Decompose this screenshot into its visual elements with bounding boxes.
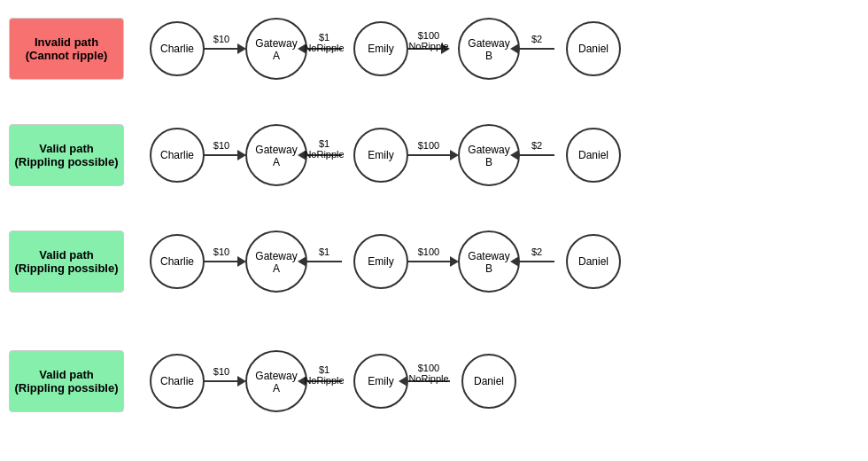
svg-text:Gateway: Gateway — [468, 250, 509, 262]
row-2: Valid path(Rippling possible) Charlie $1… — [0, 115, 868, 195]
path-svg-3: Charlie $10 Gateway A $1 Emily $100 Gate… — [133, 222, 841, 301]
svg-text:Charlie: Charlie — [160, 255, 194, 268]
svg-text:$100: $100 — [418, 363, 439, 373]
svg-text:$2: $2 — [531, 140, 542, 151]
row-4: Valid path(Rippling possible) Charlie $1… — [0, 341, 868, 421]
svg-text:Emily: Emily — [368, 149, 393, 161]
svg-text:NoRipple: NoRipple — [304, 149, 344, 160]
svg-text:Emily: Emily — [368, 43, 393, 55]
svg-text:NoRipple: NoRipple — [304, 43, 344, 53]
svg-text:Daniel: Daniel — [578, 255, 608, 268]
svg-text:$10: $10 — [213, 140, 229, 151]
svg-text:B: B — [485, 262, 492, 275]
svg-marker-65 — [450, 256, 459, 267]
svg-text:$100: $100 — [418, 140, 439, 151]
svg-text:NoRipple: NoRipple — [304, 375, 344, 386]
svg-text:A: A — [273, 262, 280, 275]
svg-text:B: B — [485, 50, 492, 62]
row-3: Valid path(Rippling possible) Charlie $1… — [0, 222, 868, 301]
svg-text:A: A — [273, 50, 280, 62]
label-invalid: Invalid path(Cannot ripple) — [9, 18, 124, 80]
diagram-container: Invalid path(Cannot ripple) Charlie $10 … — [0, 0, 868, 461]
svg-text:Daniel: Daniel — [578, 149, 608, 161]
svg-text:NoRipple: NoRipple — [408, 373, 448, 384]
svg-text:Emily: Emily — [368, 255, 393, 268]
label-valid-2: Valid path(Rippling possible) — [9, 124, 124, 186]
svg-text:Gateway: Gateway — [255, 144, 297, 156]
svg-text:$10: $10 — [213, 34, 229, 44]
svg-text:Charlie: Charlie — [160, 149, 194, 161]
svg-marker-41 — [450, 150, 459, 160]
svg-text:$1: $1 — [319, 246, 329, 257]
svg-text:Daniel: Daniel — [578, 43, 608, 55]
path-svg-1: Charlie $10 Gateway A $1 NoRipple Emily … — [133, 9, 841, 89]
svg-text:Emily: Emily — [368, 375, 393, 387]
svg-marker-78 — [237, 376, 246, 387]
svg-text:Gateway: Gateway — [468, 144, 509, 156]
svg-text:$100: $100 — [418, 246, 439, 257]
label-valid-3: Valid path(Rippling possible) — [9, 230, 124, 293]
svg-text:A: A — [273, 156, 280, 168]
svg-text:Gateway: Gateway — [255, 250, 297, 262]
path-svg-2: Charlie $10 Gateway A $1 NoRipple Emily … — [133, 115, 841, 195]
svg-text:Charlie: Charlie — [160, 375, 194, 387]
row-1: Invalid path(Cannot ripple) Charlie $10 … — [0, 9, 868, 89]
path-svg-4: Charlie $10 Gateway A $1 NoRipple Emily … — [133, 341, 717, 421]
svg-text:$1: $1 — [319, 364, 329, 375]
svg-text:Gateway: Gateway — [255, 370, 297, 382]
svg-marker-54 — [237, 256, 246, 267]
svg-text:Gateway: Gateway — [468, 37, 509, 50]
svg-text:$10: $10 — [213, 366, 229, 377]
svg-marker-29 — [237, 150, 246, 160]
svg-text:$100: $100 — [418, 30, 439, 41]
svg-text:Daniel: Daniel — [474, 375, 504, 387]
svg-marker-3 — [237, 43, 246, 54]
svg-text:NoRipple: NoRipple — [408, 41, 448, 51]
svg-text:Gateway: Gateway — [255, 37, 297, 50]
svg-text:$2: $2 — [531, 246, 542, 257]
label-valid-4: Valid path(Rippling possible) — [9, 350, 124, 412]
svg-text:$1: $1 — [319, 32, 329, 43]
svg-text:$10: $10 — [213, 246, 229, 257]
svg-text:$2: $2 — [531, 34, 542, 44]
svg-text:$1: $1 — [319, 138, 329, 149]
svg-text:B: B — [485, 156, 492, 168]
svg-text:Charlie: Charlie — [160, 43, 194, 55]
svg-text:A: A — [273, 382, 280, 395]
